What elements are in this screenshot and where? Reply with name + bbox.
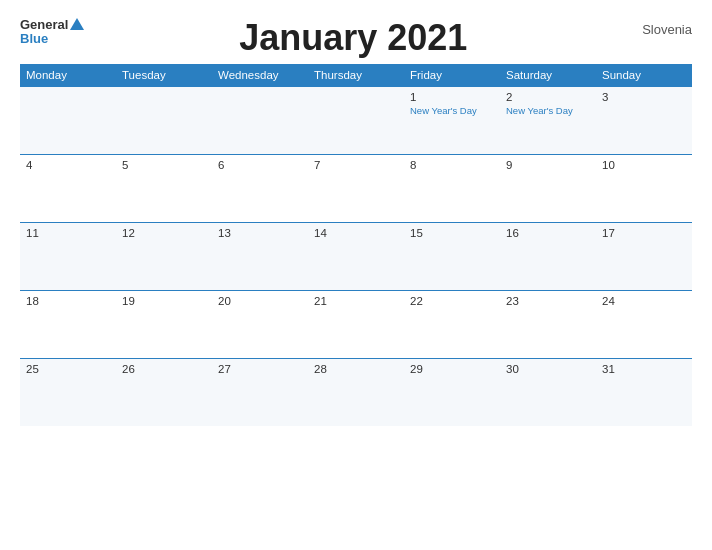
day-number: 15 bbox=[410, 227, 494, 239]
calendar-cell: 10 bbox=[596, 154, 692, 222]
day-number: 7 bbox=[314, 159, 398, 171]
day-number: 23 bbox=[506, 295, 590, 307]
day-number: 14 bbox=[314, 227, 398, 239]
calendar-cell: 29 bbox=[404, 358, 500, 426]
calendar-cell: 5 bbox=[116, 154, 212, 222]
day-number: 3 bbox=[602, 91, 686, 103]
calendar-week-row: 25262728293031 bbox=[20, 358, 692, 426]
day-number: 20 bbox=[218, 295, 302, 307]
logo-general: General bbox=[20, 18, 68, 32]
day-number: 30 bbox=[506, 363, 590, 375]
day-number: 6 bbox=[218, 159, 302, 171]
holiday-label: New Year's Day bbox=[506, 105, 590, 116]
calendar-cell: 19 bbox=[116, 290, 212, 358]
day-number: 9 bbox=[506, 159, 590, 171]
calendar-table: MondayTuesdayWednesdayThursdayFridaySatu… bbox=[20, 64, 692, 427]
day-number: 10 bbox=[602, 159, 686, 171]
calendar-cell: 13 bbox=[212, 222, 308, 290]
day-number: 31 bbox=[602, 363, 686, 375]
day-number: 18 bbox=[26, 295, 110, 307]
calendar-cell: 12 bbox=[116, 222, 212, 290]
day-number: 27 bbox=[218, 363, 302, 375]
calendar-cell: 28 bbox=[308, 358, 404, 426]
header: General Blue January 2021 Slovenia bbox=[20, 18, 692, 58]
calendar-cell: 25 bbox=[20, 358, 116, 426]
day-number: 22 bbox=[410, 295, 494, 307]
calendar-cell: 9 bbox=[500, 154, 596, 222]
calendar-cell bbox=[212, 86, 308, 154]
day-number: 11 bbox=[26, 227, 110, 239]
col-header-friday: Friday bbox=[404, 64, 500, 87]
col-header-sunday: Sunday bbox=[596, 64, 692, 87]
calendar-cell: 8 bbox=[404, 154, 500, 222]
calendar-cell bbox=[116, 86, 212, 154]
calendar-cell: 6 bbox=[212, 154, 308, 222]
calendar-cell: 18 bbox=[20, 290, 116, 358]
calendar-cell: 27 bbox=[212, 358, 308, 426]
day-number: 19 bbox=[122, 295, 206, 307]
day-number: 1 bbox=[410, 91, 494, 103]
logo-triangle-icon bbox=[70, 18, 84, 30]
calendar-cell bbox=[308, 86, 404, 154]
calendar-week-row: 45678910 bbox=[20, 154, 692, 222]
month-title: January 2021 bbox=[84, 18, 622, 58]
day-number: 21 bbox=[314, 295, 398, 307]
day-number: 2 bbox=[506, 91, 590, 103]
calendar-cell: 15 bbox=[404, 222, 500, 290]
calendar-cell: 31 bbox=[596, 358, 692, 426]
country-label: Slovenia bbox=[622, 18, 692, 37]
day-number: 4 bbox=[26, 159, 110, 171]
calendar-week-row: 1New Year's Day2New Year's Day3 bbox=[20, 86, 692, 154]
calendar-cell: 4 bbox=[20, 154, 116, 222]
calendar-week-row: 18192021222324 bbox=[20, 290, 692, 358]
col-header-wednesday: Wednesday bbox=[212, 64, 308, 87]
day-number: 16 bbox=[506, 227, 590, 239]
calendar-cell: 22 bbox=[404, 290, 500, 358]
holiday-label: New Year's Day bbox=[410, 105, 494, 116]
logo: General Blue bbox=[20, 18, 84, 47]
calendar-cell: 3 bbox=[596, 86, 692, 154]
calendar-cell: 1New Year's Day bbox=[404, 86, 500, 154]
col-header-tuesday: Tuesday bbox=[116, 64, 212, 87]
calendar-cell: 30 bbox=[500, 358, 596, 426]
calendar-cell: 7 bbox=[308, 154, 404, 222]
calendar-cell: 26 bbox=[116, 358, 212, 426]
calendar-cell: 14 bbox=[308, 222, 404, 290]
calendar-week-row: 11121314151617 bbox=[20, 222, 692, 290]
calendar-cell: 24 bbox=[596, 290, 692, 358]
col-header-thursday: Thursday bbox=[308, 64, 404, 87]
day-number: 29 bbox=[410, 363, 494, 375]
day-number: 24 bbox=[602, 295, 686, 307]
calendar-cell: 23 bbox=[500, 290, 596, 358]
calendar-cell: 17 bbox=[596, 222, 692, 290]
col-header-monday: Monday bbox=[20, 64, 116, 87]
calendar-cell: 11 bbox=[20, 222, 116, 290]
day-number: 28 bbox=[314, 363, 398, 375]
day-number: 13 bbox=[218, 227, 302, 239]
calendar-cell: 20 bbox=[212, 290, 308, 358]
day-number: 12 bbox=[122, 227, 206, 239]
day-number: 8 bbox=[410, 159, 494, 171]
calendar-header-row: MondayTuesdayWednesdayThursdayFridaySatu… bbox=[20, 64, 692, 87]
col-header-saturday: Saturday bbox=[500, 64, 596, 87]
logo-blue: Blue bbox=[20, 32, 84, 46]
calendar-cell: 21 bbox=[308, 290, 404, 358]
day-number: 25 bbox=[26, 363, 110, 375]
day-number: 26 bbox=[122, 363, 206, 375]
calendar-cell: 16 bbox=[500, 222, 596, 290]
day-number: 17 bbox=[602, 227, 686, 239]
day-number: 5 bbox=[122, 159, 206, 171]
calendar-page: General Blue January 2021 Slovenia Monda… bbox=[0, 0, 712, 550]
calendar-cell bbox=[20, 86, 116, 154]
calendar-cell: 2New Year's Day bbox=[500, 86, 596, 154]
